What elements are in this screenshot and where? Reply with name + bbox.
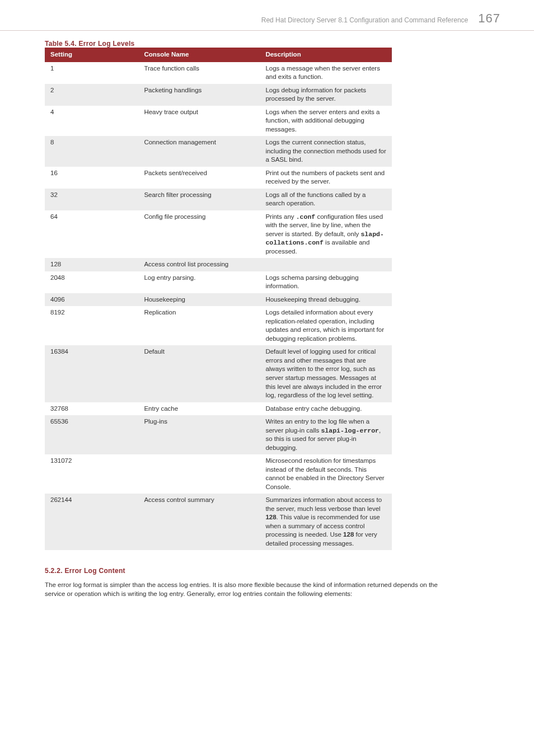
cell-description: Print out the numbers of packets sent an… [260, 167, 392, 189]
cell-setting: 8192 [45, 306, 138, 345]
table-header-row: Setting Console Name Description [45, 48, 392, 62]
cell-console: Entry cache [138, 402, 260, 416]
cell-console: Trace function calls [138, 62, 260, 84]
table-row: 4096HousekeepingHousekeeping thread debu… [45, 293, 392, 307]
table-row: 16384DefaultDefault level of logging use… [45, 345, 392, 402]
cell-console: Log entry parsing. [138, 271, 260, 293]
cell-console: Packets sent/received [138, 167, 260, 189]
doc-title: Red Hat Directory Server 8.1 Configurati… [261, 16, 469, 24]
cell-description: Writes an entry to the log file when a s… [260, 415, 392, 454]
cell-console [138, 454, 260, 494]
cell-console: Packeting handlings [138, 84, 260, 106]
table-row: 2048Log entry parsing.Logs schema parsin… [45, 271, 392, 293]
cell-setting: 4 [45, 106, 138, 137]
table-row: 1Trace function callsLogs a message when… [45, 62, 392, 84]
cell-description: Logs a message when the server enters an… [260, 62, 392, 84]
cell-setting: 32 [45, 189, 138, 210]
cell-setting: 262144 [45, 494, 138, 550]
cell-setting: 64 [45, 210, 138, 259]
cell-description: Logs debug information for packets proce… [260, 84, 392, 106]
cell-description: Logs schema parsing debugging informatio… [260, 271, 392, 293]
table-row: 8Connection managementLogs the current c… [45, 136, 392, 167]
cell-console: Housekeeping [138, 293, 260, 307]
cell-setting: 8 [45, 136, 138, 167]
cell-setting: 16 [45, 167, 138, 189]
table-row: 128Access control list processing [45, 258, 392, 271]
cell-description: Microsecond resolution for timestamps in… [260, 454, 392, 494]
header-console: Console Name [138, 48, 260, 62]
cell-description: Logs detailed information about every re… [260, 306, 392, 345]
table-caption: Table 5.4. Error Log Levels [45, 40, 489, 48]
cell-setting: 1 [45, 62, 138, 84]
content-area: Table 5.4. Error Log Levels Setting Cons… [0, 40, 534, 621]
table-row: 4Heavy trace outputLogs when the server … [45, 106, 392, 137]
header-description: Description [260, 48, 392, 62]
cell-console: Heavy trace output [138, 106, 260, 137]
section-heading: 5.2.2. Error Log Content [45, 567, 489, 575]
cell-console: Replication [138, 306, 260, 345]
error-log-levels-table: Setting Console Name Description 1Trace … [45, 48, 392, 550]
cell-setting: 32768 [45, 402, 138, 416]
cell-description: Database entry cache debugging. [260, 402, 392, 416]
cell-console: Config file processing [138, 210, 260, 259]
header-setting: Setting [45, 48, 138, 62]
cell-description [260, 258, 392, 271]
cell-setting: 16384 [45, 345, 138, 402]
cell-console: Access control summary [138, 494, 260, 550]
cell-setting: 4096 [45, 293, 138, 307]
table-row: 262144Access control summarySummarizes i… [45, 494, 392, 550]
cell-console: Connection management [138, 136, 260, 167]
page-number: 167 [478, 11, 500, 26]
section-paragraph: The error log format is simpler than the… [45, 580, 448, 598]
table-row: 32Search filter processingLogs all of th… [45, 189, 392, 210]
table-row: 8192ReplicationLogs detailed information… [45, 306, 392, 345]
cell-console: Search filter processing [138, 189, 260, 210]
table-row: 2Packeting handlingsLogs debug informati… [45, 84, 392, 106]
cell-description: Housekeeping thread debugging. [260, 293, 392, 307]
cell-console: Access control list processing [138, 258, 260, 271]
cell-description: Default level of logging used for critic… [260, 345, 392, 402]
cell-setting: 131072 [45, 454, 138, 494]
cell-description: Logs all of the functions called by a se… [260, 189, 392, 210]
cell-console: Plug-ins [138, 415, 260, 454]
table-row: 64Config file processingPrints any .conf… [45, 210, 392, 259]
cell-setting: 128 [45, 258, 138, 271]
cell-console: Default [138, 345, 260, 402]
cell-setting: 2 [45, 84, 138, 106]
cell-description: Summarizes information about access to t… [260, 494, 392, 550]
table-row: 16Packets sent/receivedPrint out the num… [45, 167, 392, 189]
page-header: Red Hat Directory Server 8.1 Configurati… [0, 0, 534, 31]
table-row: 65536Plug-insWrites an entry to the log … [45, 415, 392, 454]
cell-description: Logs when the server enters and exits a … [260, 106, 392, 137]
cell-description: Logs the current connection status, incl… [260, 136, 392, 167]
cell-setting: 65536 [45, 415, 138, 454]
table-row: 32768Entry cacheDatabase entry cache deb… [45, 402, 392, 416]
cell-description: Prints any .conf configuration files use… [260, 210, 392, 259]
table-row: 131072Microsecond resolution for timesta… [45, 454, 392, 494]
cell-setting: 2048 [45, 271, 138, 293]
